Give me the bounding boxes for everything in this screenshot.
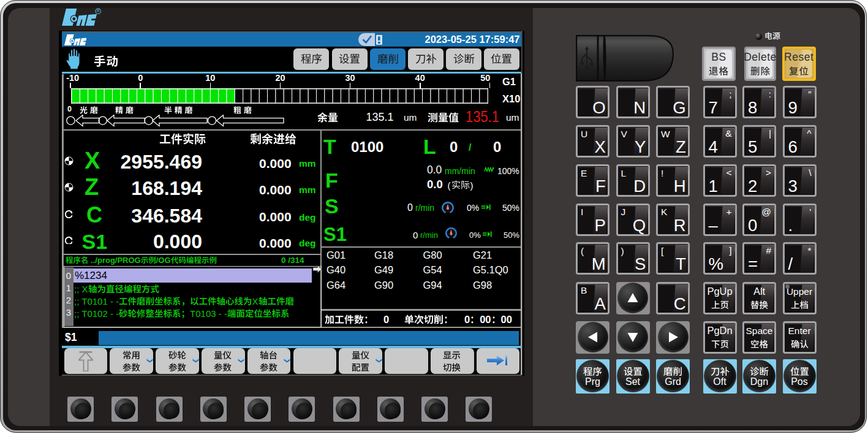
- svg-text:R: R: [96, 9, 99, 13]
